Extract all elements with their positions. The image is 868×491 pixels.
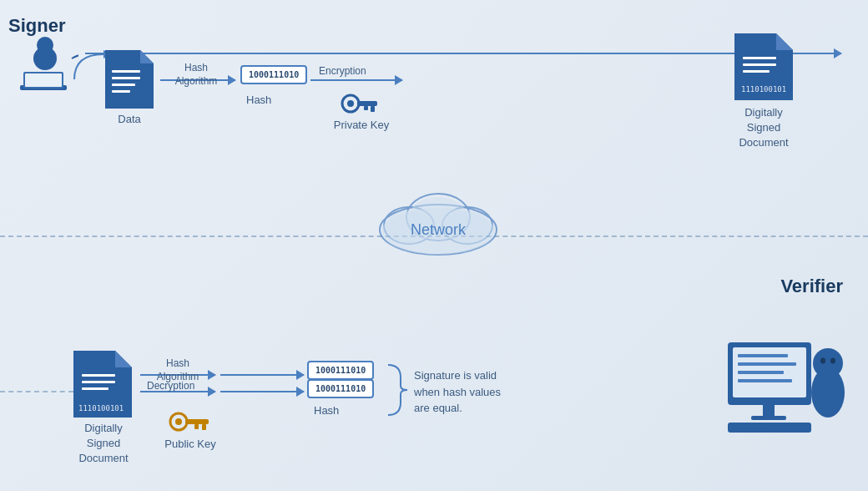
svg-point-54 [820, 358, 825, 364]
svg-rect-9 [112, 77, 140, 79]
hash-to-enc-arrow [310, 79, 402, 81]
svg-rect-35 [82, 381, 115, 383]
verifier-title: Verifier [780, 276, 843, 297]
svg-rect-34 [82, 374, 115, 377]
svg-rect-42 [194, 424, 199, 429]
digitally-signed-label-top: Digitally SignedDocument [730, 105, 797, 151]
decrypt-to-box3-arrow [220, 391, 304, 392]
svg-rect-21 [743, 70, 770, 73]
public-key-label: Public Key [164, 438, 217, 450]
svg-rect-19 [743, 57, 776, 59]
svg-rect-50 [751, 416, 786, 420]
private-key-label: Private Key [332, 119, 391, 131]
hash-box-3: 1000111010 [307, 379, 374, 398]
hash-alg-to-box2-arrow [220, 374, 304, 376]
data-label: Data [108, 113, 150, 125]
svg-rect-16 [364, 106, 368, 110]
svg-rect-10 [112, 84, 135, 86]
hash-label-1: Hash [246, 94, 271, 106]
svg-rect-15 [371, 106, 375, 112]
svg-rect-8 [112, 70, 140, 73]
bottom-left-dashed [0, 391, 73, 392]
svg-rect-20 [743, 63, 776, 66]
svg-rect-51 [728, 423, 811, 433]
digitally-signed-label-bottom: Digitally SignedDocument [69, 421, 138, 467]
svg-text:Network: Network [411, 221, 467, 238]
svg-text:1110100101: 1110100101 [741, 85, 786, 94]
hash-algorithm-label-1: HashAlgorithm [167, 62, 225, 88]
digitally-signed-doc-icon-bottom: 1110100101 [73, 351, 132, 421]
svg-point-4 [37, 37, 53, 53]
verifier-icon [719, 301, 853, 446]
data-document-icon [105, 50, 154, 112]
diagram: Signer Da [0, 0, 868, 491]
hash-label-3: Hash [314, 404, 339, 417]
digitally-signed-doc-icon-top: 1110100101 [734, 33, 793, 104]
svg-rect-41 [202, 424, 206, 430]
svg-rect-45 [738, 354, 788, 357]
main-top-arrow [85, 53, 841, 54]
comparison-brace [384, 361, 409, 423]
svg-text:1110100101: 1110100101 [78, 404, 124, 413]
svg-rect-11 [112, 90, 130, 93]
svg-marker-33 [115, 351, 132, 367]
signer-icon [12, 33, 78, 112]
svg-rect-2 [25, 73, 62, 87]
svg-rect-36 [82, 387, 108, 390]
svg-rect-48 [738, 379, 792, 382]
svg-point-55 [830, 358, 835, 364]
svg-point-39 [175, 418, 182, 425]
svg-rect-49 [763, 405, 775, 417]
svg-rect-40 [185, 419, 209, 424]
svg-rect-46 [738, 362, 796, 366]
svg-rect-47 [738, 371, 784, 374]
svg-rect-14 [357, 101, 377, 106]
signature-valid-text: Signature is validwhen hash valuesare eq… [414, 367, 548, 417]
decryption-label: Decryption [147, 380, 194, 392]
public-key-icon [167, 409, 212, 438]
svg-point-53 [813, 348, 843, 378]
encryption-label: Encryption [319, 65, 366, 77]
hash-box-2: 1000111010 [307, 361, 374, 380]
svg-point-13 [347, 100, 354, 107]
svg-marker-18 [776, 33, 793, 50]
hash-box-1: 1000111010 [240, 65, 307, 84]
svg-marker-7 [140, 50, 154, 63]
network-cloud: Network [367, 180, 509, 266]
private-key-icon [339, 92, 381, 119]
